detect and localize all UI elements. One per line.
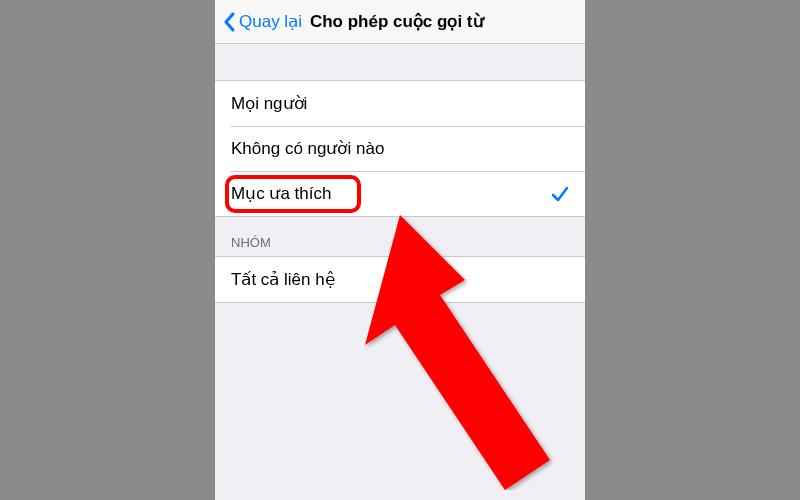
option-label: Tất cả liên hệ (231, 269, 335, 290)
back-button[interactable]: Quay lại (223, 11, 302, 32)
option-label: Không có người nào (231, 138, 384, 159)
option-everyone[interactable]: Mọi người (215, 81, 585, 126)
page-title: Cho phép cuộc gọi từ (310, 11, 484, 32)
checkmark-icon (551, 185, 569, 203)
groups-list: Tất cả liên hệ (215, 256, 585, 303)
settings-screen: Quay lại Cho phép cuộc gọi từ Mọi người … (215, 0, 585, 500)
chevron-left-icon (223, 12, 235, 32)
option-label: Mục ưa thích (231, 183, 331, 204)
spacer (215, 44, 585, 80)
allow-calls-list: Mọi người Không có người nào Mục ưa thíc… (215, 80, 585, 217)
section-header-groups: Nhóm (215, 217, 585, 256)
back-label: Quay lại (239, 11, 302, 32)
option-no-one[interactable]: Không có người nào (215, 126, 585, 171)
option-all-contacts[interactable]: Tất cả liên hệ (215, 257, 585, 302)
option-label: Mọi người (231, 93, 307, 114)
navbar: Quay lại Cho phép cuộc gọi từ (215, 0, 585, 44)
option-favorites[interactable]: Mục ưa thích (215, 171, 585, 216)
